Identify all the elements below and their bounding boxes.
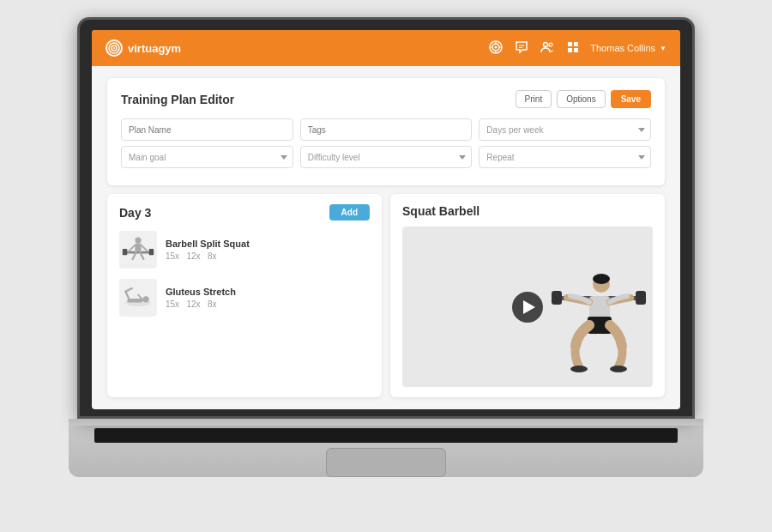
app-logo: virtuagym xyxy=(106,39,181,57)
exercise-item-1[interactable]: Barbell Split Squat 15x 12x 8x xyxy=(119,231,370,269)
svg-point-41 xyxy=(610,366,627,372)
exercise-thumb-2 xyxy=(119,279,157,317)
svg-point-21 xyxy=(135,237,141,243)
dropdown-arrow-icon: ▼ xyxy=(660,45,666,52)
app-container: virtuagym xyxy=(92,30,680,409)
svg-line-26 xyxy=(142,245,148,251)
keyboard-area xyxy=(94,428,678,443)
svg-rect-17 xyxy=(574,48,578,52)
svg-point-37 xyxy=(593,274,610,284)
editor-actions: Print Options Save xyxy=(516,90,651,108)
svg-point-5 xyxy=(495,45,498,48)
svg-rect-20 xyxy=(149,249,154,255)
svg-point-29 xyxy=(142,296,148,302)
users-icon[interactable] xyxy=(540,40,554,57)
svg-rect-22 xyxy=(135,244,141,251)
play-button[interactable] xyxy=(512,292,543,323)
nav-bar: virtuagym xyxy=(92,30,680,66)
add-button[interactable]: Add xyxy=(329,204,370,221)
plan-name-input[interactable] xyxy=(121,118,293,141)
main-goal-select[interactable]: Main goal xyxy=(121,146,293,168)
exercise-reps-1: 15x 12x 8x xyxy=(166,251,370,261)
svg-rect-14 xyxy=(568,42,572,46)
options-button[interactable]: Options xyxy=(557,90,605,108)
svg-point-13 xyxy=(549,43,552,46)
exercise-name-2: Gluteus Stretch xyxy=(166,287,370,297)
main-content: Training Plan Editor Print Options Save xyxy=(92,66,680,409)
editor-row-1: Days per week xyxy=(121,118,651,141)
save-button[interactable]: Save xyxy=(611,90,651,108)
laptop-hinge xyxy=(69,419,703,426)
nav-user[interactable]: Thomas Collins ▼ xyxy=(590,43,666,53)
svg-rect-19 xyxy=(123,249,127,255)
video-area[interactable] xyxy=(402,227,653,387)
tags-input[interactable] xyxy=(300,118,473,141)
svg-line-25 xyxy=(129,245,135,251)
bottom-row: Day 3 Add xyxy=(107,194,665,397)
svg-line-31 xyxy=(125,288,131,292)
svg-point-40 xyxy=(570,366,588,372)
grid-icon[interactable] xyxy=(566,40,580,57)
exercise-info-2: Gluteus Stretch 15x 12x 8x xyxy=(166,287,370,309)
squat-figure xyxy=(552,272,646,384)
day-card: Day 3 Add xyxy=(107,194,382,397)
day-title: Day 3 xyxy=(119,206,151,220)
logo-icon xyxy=(106,39,123,57)
exercise-reps-2: 15x 12x 8x xyxy=(166,299,370,309)
exercise-detail-panel: Squat Barbell xyxy=(390,194,665,397)
exercise-info-1: Barbell Split Squat 15x 12x 8x xyxy=(166,239,370,261)
repeat-select[interactable]: Repeat xyxy=(479,146,651,168)
editor-title: Training Plan Editor xyxy=(121,93,234,106)
trackpad[interactable] xyxy=(326,448,446,477)
target-icon[interactable] xyxy=(489,40,503,57)
nav-icons xyxy=(489,40,580,57)
days-per-week-select[interactable]: Days per week xyxy=(479,118,651,141)
print-button[interactable]: Print xyxy=(516,90,552,108)
svg-rect-35 xyxy=(636,291,646,305)
editor-header: Training Plan Editor Print Options Save xyxy=(121,90,651,108)
editor-row-2: Main goal Difficulty level Repeat xyxy=(121,146,651,168)
logo-text: virtuagym xyxy=(128,42,181,55)
svg-rect-15 xyxy=(574,42,578,46)
play-triangle-icon xyxy=(523,300,535,314)
laptop-shell: virtuagym xyxy=(69,17,703,515)
svg-point-12 xyxy=(544,42,548,46)
laptop-screen: virtuagym xyxy=(77,17,695,419)
exercise-thumb-1 xyxy=(119,231,157,269)
svg-rect-16 xyxy=(568,48,572,52)
svg-rect-34 xyxy=(552,291,562,305)
detail-title: Squat Barbell xyxy=(402,204,653,218)
chat-icon[interactable] xyxy=(515,40,528,57)
user-name: Thomas Collins xyxy=(590,43,655,53)
exercise-name-1: Barbell Split Squat xyxy=(166,239,370,249)
editor-card: Training Plan Editor Print Options Save xyxy=(107,78,665,185)
laptop-base xyxy=(69,426,703,477)
screen-inner: virtuagym xyxy=(92,30,680,409)
svg-line-30 xyxy=(125,292,129,299)
svg-point-2 xyxy=(113,47,115,49)
exercise-item-2[interactable]: Gluteus Stretch 15x 12x 8x xyxy=(119,279,370,317)
day-card-header: Day 3 Add xyxy=(119,204,370,221)
difficulty-select[interactable]: Difficulty level xyxy=(300,146,473,168)
